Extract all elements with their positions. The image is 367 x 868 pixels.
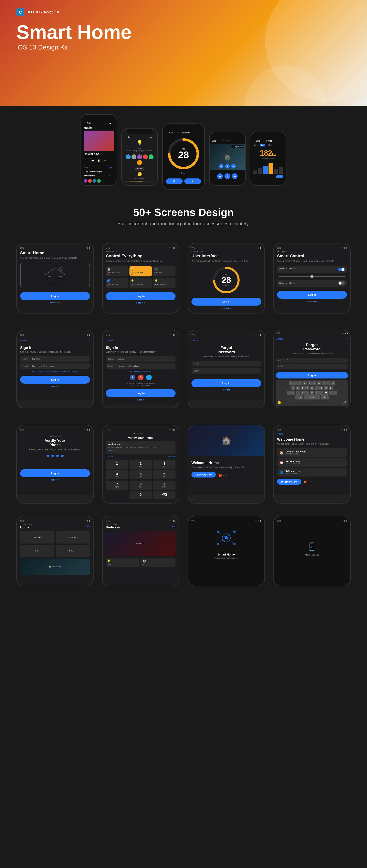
key-l[interactable]: L bbox=[329, 386, 333, 390]
num-8[interactable]: 8TUV bbox=[130, 480, 152, 490]
key-e[interactable]: E bbox=[298, 381, 302, 385]
login-button[interactable]: Log In bbox=[192, 298, 261, 306]
num-9[interactable]: 9WXYZ bbox=[153, 480, 175, 490]
play-icon[interactable]: ⏸ bbox=[97, 159, 100, 162]
music-controls[interactable]: ⏮ ⏸ ⏭ bbox=[84, 159, 114, 162]
color-swatch-blue[interactable] bbox=[126, 154, 131, 159]
next-arrow[interactable]: › bbox=[347, 338, 348, 340]
key-o[interactable]: O bbox=[327, 381, 331, 385]
num-delete[interactable]: ⌫ bbox=[153, 491, 175, 499]
next-arrow[interactable]: › bbox=[260, 339, 261, 342]
arrow-left[interactable]: ◀ bbox=[219, 164, 223, 168]
key-q[interactable]: Q bbox=[289, 381, 293, 385]
nav-plus[interactable]: + bbox=[224, 173, 230, 179]
toggle-switch-off[interactable] bbox=[338, 281, 345, 285]
num-2[interactable]: 2ABC bbox=[130, 460, 152, 469]
key-f[interactable]: F bbox=[305, 386, 309, 390]
key-b[interactable]: B bbox=[315, 391, 319, 395]
toggle-switch-on[interactable] bbox=[338, 268, 345, 271]
discover-button[interactable]: Discovery Now bbox=[277, 479, 301, 485]
login-button[interactable]: Log In bbox=[20, 292, 90, 300]
control-item[interactable]: 🏠 Living room lamp Off bbox=[106, 266, 128, 276]
num-0[interactable]: 0 bbox=[130, 491, 152, 499]
arrow-right[interactable]: ▶ bbox=[231, 164, 236, 168]
login-button[interactable]: Log In bbox=[276, 372, 348, 378]
control-item[interactable]: ❄️ AC bbox=[141, 558, 175, 567]
login-button[interactable]: Log In bbox=[192, 379, 261, 387]
google-button[interactable]: G bbox=[138, 375, 144, 380]
key-p[interactable]: P bbox=[331, 381, 335, 385]
nav-left[interactable]: ◀ bbox=[217, 173, 223, 179]
edit-button[interactable]: Edit bbox=[172, 525, 175, 528]
key-k[interactable]: K bbox=[324, 386, 328, 390]
control-item[interactable]: 🔌 room outlet On bbox=[153, 266, 175, 276]
no-account-link[interactable]: Don't you have an account ? bbox=[106, 371, 175, 373]
login-button[interactable]: Log In bbox=[106, 292, 175, 300]
next-arrow[interactable]: › bbox=[89, 339, 90, 342]
key-v[interactable]: V bbox=[310, 391, 314, 395]
color-swatch-gray[interactable] bbox=[132, 154, 136, 159]
login-button[interactable]: Log In bbox=[277, 291, 347, 299]
control-item[interactable]: 🌀 Living room fan On bbox=[106, 278, 128, 288]
num-6[interactable]: 6MNO bbox=[153, 470, 175, 479]
key-i[interactable]: I bbox=[322, 381, 326, 385]
prev-icon[interactable]: ⏮ bbox=[91, 159, 94, 162]
key-z[interactable]: Z bbox=[296, 391, 300, 395]
key-x[interactable]: X bbox=[301, 391, 305, 395]
cancel-button[interactable]: Cancel bbox=[276, 338, 283, 340]
num-7[interactable]: 7PQRS bbox=[106, 480, 128, 490]
key-n[interactable]: N bbox=[319, 391, 323, 395]
key-shift[interactable]: ⇧ bbox=[287, 391, 295, 395]
num-5[interactable]: 5JKL bbox=[130, 470, 152, 479]
cancel-button[interactable]: Cancel bbox=[106, 455, 113, 458]
num-1[interactable]: 1 bbox=[106, 460, 128, 469]
brightness-bar[interactable] bbox=[124, 181, 155, 182]
key-t[interactable]: T bbox=[308, 381, 312, 385]
key-s[interactable]: S bbox=[296, 386, 300, 390]
ac-btn1[interactable]: 🌊 bbox=[166, 179, 183, 184]
key-space[interactable]: space bbox=[304, 395, 320, 400]
room-kitchen[interactable]: Kitchen bbox=[20, 545, 54, 557]
key-d[interactable]: D bbox=[301, 386, 305, 390]
room-bedroom[interactable]: Bedroom bbox=[56, 531, 90, 544]
color-swatch-purple[interactable] bbox=[137, 154, 142, 159]
ac-btn2[interactable]: ⭐ bbox=[184, 179, 201, 184]
color-swatch-orange[interactable] bbox=[137, 160, 142, 165]
edit-button[interactable]: Edit bbox=[86, 525, 90, 528]
next-icon[interactable]: ⏭ bbox=[104, 159, 107, 162]
login-button[interactable]: Log In bbox=[106, 389, 175, 397]
tab-may[interactable]: May bbox=[267, 144, 273, 147]
cancel-button[interactable]: Cancel bbox=[106, 339, 113, 342]
control-item[interactable]: 💡 Living room lamp On bbox=[130, 278, 152, 288]
control-item[interactable]: 💡 Living room lamp On bbox=[153, 278, 175, 288]
key-a[interactable]: A bbox=[291, 386, 295, 390]
key-m[interactable]: M bbox=[324, 391, 328, 395]
control-item-active[interactable]: 💡 Living room lamp On bbox=[130, 266, 152, 276]
room-living[interactable]: Living Room bbox=[20, 531, 54, 544]
login-button[interactable]: Log In bbox=[20, 376, 90, 383]
next-arrow[interactable]: › bbox=[175, 339, 175, 342]
control-item[interactable]: 💡 Lamp bbox=[106, 558, 140, 567]
key-y[interactable]: Y bbox=[312, 381, 316, 385]
key-j[interactable]: J bbox=[319, 386, 323, 390]
tab-jan[interactable]: Jan bbox=[253, 144, 258, 147]
room-bathroom[interactable]: Bathroom bbox=[56, 545, 90, 557]
twitter-button[interactable]: t bbox=[146, 375, 152, 380]
key-r[interactable]: R bbox=[303, 381, 307, 385]
back-button[interactable]: ‹ Back bbox=[277, 432, 347, 435]
key-w[interactable]: W bbox=[293, 381, 298, 385]
discover-button[interactable]: Discovery Now bbox=[192, 472, 216, 477]
cancel-button[interactable]: Cancel bbox=[192, 339, 198, 342]
edit-button[interactable]: EDIT bbox=[135, 167, 145, 170]
key-delete[interactable]: ⌫ bbox=[329, 391, 337, 395]
key-h[interactable]: H bbox=[315, 386, 319, 390]
num-4[interactable]: 4GHI bbox=[106, 470, 128, 479]
key-go[interactable]: Go bbox=[321, 395, 329, 400]
key-u[interactable]: U bbox=[317, 381, 321, 385]
cancel-button[interactable]: Cancel bbox=[20, 339, 27, 342]
nav-right[interactable]: ▶ bbox=[232, 173, 237, 179]
mic-icon[interactable]: 🎤 bbox=[343, 401, 346, 404]
tab-jun[interactable]: Jun bbox=[260, 144, 265, 147]
facebook-button[interactable]: f bbox=[130, 375, 135, 380]
emoji-icon[interactable]: 😊 bbox=[278, 401, 281, 404]
